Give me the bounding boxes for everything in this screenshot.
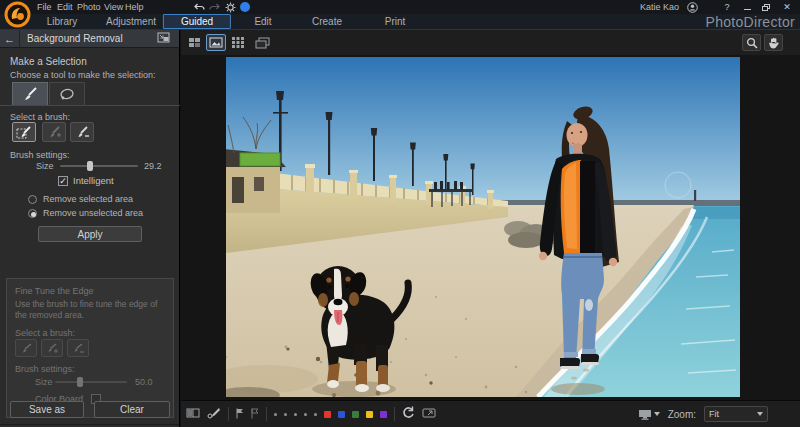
split-preview-button[interactable] [157, 32, 179, 45]
menu-help[interactable]: Help [125, 2, 144, 12]
module-tab-bar: Library Adjustment Guided Edit Create Pr… [0, 14, 800, 30]
tab-edit[interactable]: Edit [254, 16, 271, 27]
brush-tool-tab[interactable] [12, 82, 48, 105]
hand-icon [768, 37, 779, 49]
color-label-green[interactable] [352, 411, 359, 418]
zoom-dropdown[interactable]: Fit [704, 406, 768, 422]
size-value: 29.2 [144, 161, 162, 171]
user-name[interactable]: Katie Kao [640, 2, 679, 12]
fine-tune-brush-settings-label: Brush settings: [15, 364, 75, 374]
select-brush-label: Select a brush: [10, 112, 70, 122]
panel-header: ← Background Removal [0, 30, 179, 48]
zoom-value: Fit [709, 409, 719, 419]
beach-photo-illustration [226, 57, 740, 397]
app-brand: PhotoDirector [706, 14, 796, 30]
lasso-tool-tab[interactable] [49, 82, 85, 105]
remove-unselected-radio[interactable] [28, 209, 37, 218]
brush-subtract-button[interactable] [70, 122, 94, 142]
fine-tune-description: Use the brush to fine tune the edge of t… [15, 299, 165, 321]
menu-view[interactable]: View [104, 2, 123, 12]
rating-dot[interactable] [274, 413, 277, 416]
magnifier-icon [746, 37, 758, 49]
edge-brush-button [15, 339, 37, 357]
rating-dot[interactable] [314, 413, 317, 416]
display-mode-icon[interactable] [638, 409, 660, 420]
redo-icon[interactable] [208, 1, 220, 13]
size-slider[interactable] [60, 165, 138, 167]
tab-create[interactable]: Create [312, 16, 342, 27]
make-selection-heading: Make a Selection [10, 56, 87, 67]
photo-canvas[interactable] [181, 55, 800, 400]
fine-tune-select-brush-label: Select a brush: [15, 328, 75, 338]
rating-dot[interactable] [304, 413, 307, 416]
photo[interactable] [226, 57, 740, 397]
selection-tool-tabs [0, 82, 180, 106]
edge-brush-subtract-icon [71, 343, 85, 354]
brush-settings-label: Brush settings: [10, 150, 70, 160]
close-button[interactable]: ✕ [780, 1, 794, 13]
make-selection-instruction: Choose a tool to make the selection: [10, 70, 156, 80]
back-arrow-button[interactable]: ← [0, 30, 20, 48]
apply-button[interactable]: Apply [38, 226, 142, 242]
settings-gear-icon[interactable] [224, 1, 236, 13]
smart-brush-icon [16, 126, 32, 139]
single-view-button[interactable] [206, 34, 226, 51]
brush-add-button[interactable] [42, 122, 66, 142]
color-label-purple[interactable] [380, 411, 387, 418]
open-in-edit-icon[interactable] [422, 405, 437, 423]
menu-file[interactable]: File [37, 2, 52, 12]
panel-divider [0, 424, 179, 425]
size-label: Size [36, 161, 54, 171]
selection-brush-icon [22, 87, 38, 101]
save-as-button[interactable]: Save as [10, 401, 84, 418]
tab-adjustment[interactable]: Adjustment [106, 16, 156, 27]
pen-icon[interactable] [207, 405, 221, 423]
chevron-down-icon [757, 412, 763, 416]
bottom-toolbar: Zoom: Fit [181, 400, 800, 427]
menu-photo[interactable]: Photo [77, 2, 101, 12]
guided-side-panel: ← Background Removal Make a Selection Ch… [0, 30, 180, 427]
browser-view-icon [188, 37, 201, 48]
pan-tool-button[interactable] [764, 34, 783, 51]
size-slider-thumb[interactable] [87, 161, 93, 171]
compare-view-icon [255, 37, 270, 49]
fine-tune-size-label: Size [35, 377, 53, 387]
before-after-icon[interactable] [186, 405, 200, 423]
rating-dot[interactable] [284, 413, 287, 416]
pick-flag-icon[interactable] [236, 405, 244, 423]
help-button[interactable]: ? [720, 1, 734, 13]
minimize-button[interactable] [740, 1, 754, 13]
notification-badge[interactable] [240, 2, 250, 12]
fine-tune-heading: Fine Tune the Edge [15, 286, 94, 296]
compare-view-button[interactable] [252, 34, 272, 51]
remove-selected-label: Remove selected area [43, 194, 133, 204]
single-view-icon [209, 37, 223, 48]
clear-button[interactable]: Clear [94, 401, 170, 418]
app-logo-icon [4, 1, 31, 28]
brush-subtract-icon [74, 126, 90, 139]
grid-view-button[interactable] [228, 34, 248, 51]
reject-flag-icon[interactable] [251, 405, 259, 423]
color-label-blue[interactable] [338, 411, 345, 418]
rotate-left-icon[interactable] [402, 405, 415, 423]
color-label-red[interactable] [324, 411, 331, 418]
color-label-yellow[interactable] [366, 411, 373, 418]
edge-brush-add-icon [45, 343, 59, 354]
restore-button[interactable] [759, 1, 773, 13]
smart-brush-button[interactable] [12, 122, 36, 142]
panel-title: Background Removal [20, 33, 157, 44]
tab-guided[interactable]: Guided [163, 14, 231, 29]
fine-tune-section: Fine Tune the Edge Use the brush to fine… [6, 278, 174, 418]
fine-tune-size-slider-thumb [77, 377, 83, 387]
intelligent-checkbox[interactable]: ✓ [58, 176, 68, 186]
tab-print[interactable]: Print [385, 16, 406, 27]
menu-edit[interactable]: Edit [57, 2, 73, 12]
zoom-tool-button[interactable] [742, 34, 761, 51]
rating-dot[interactable] [294, 413, 297, 416]
user-avatar-icon[interactable] [686, 1, 698, 13]
undo-icon[interactable] [193, 1, 205, 13]
tab-library[interactable]: Library [47, 16, 78, 27]
browser-view-button[interactable] [184, 34, 204, 51]
remove-selected-radio[interactable] [28, 195, 37, 204]
fine-tune-size-value: 50.0 [135, 377, 153, 387]
